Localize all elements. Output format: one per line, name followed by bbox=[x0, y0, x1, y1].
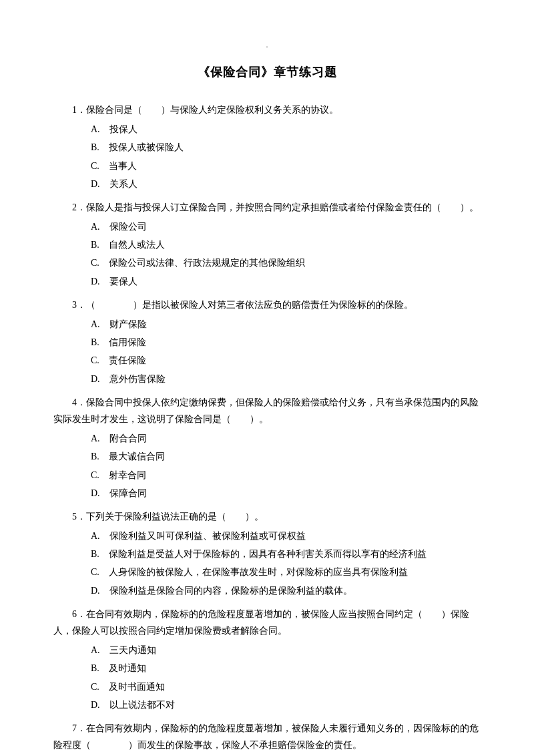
question-q6: 6．在合同有效期内，保险标的的危险程度显著增加的，被保险人应当按照合同约定（ ）… bbox=[53, 606, 481, 713]
question-text-q3: 3．（ ）是指以被保险人对第三者依法应负的赔偿责任为保险标的的保险。 bbox=[53, 297, 481, 313]
option-q3-0: A. 财产保险 bbox=[91, 316, 481, 333]
question-q3: 3．（ ）是指以被保险人对第三者依法应负的赔偿责任为保险标的的保险。A. 财产保… bbox=[53, 297, 481, 387]
option-q2-3: D. 要保人 bbox=[91, 273, 481, 290]
question-q4: 4．保险合同中投保人依约定缴纳保费，但保险人的保险赔偿或给付义务，只有当承保范围… bbox=[53, 394, 481, 502]
question-text-q4: 4．保险合同中投保人依约定缴纳保费，但保险人的保险赔偿或给付义务，只有当承保范围… bbox=[53, 394, 481, 427]
option-q1-2: C. 当事人 bbox=[91, 158, 481, 174]
question-q5: 5．下列关于保险利益说法正确的是（ ）。A. 保险利益又叫可保利益、被保险利益或… bbox=[53, 508, 481, 599]
option-q6-0: A. 三天内通知 bbox=[91, 642, 481, 658]
question-q1: 1．保险合同是（ ）与保险人约定保险权利义务关系的协议。A. 投保人B. 投保人… bbox=[53, 102, 481, 192]
option-q5-3: D. 保险利益是保险合同的内容，保险标的是保险利益的载体。 bbox=[91, 582, 481, 599]
option-q5-0: A. 保险利益又叫可保利益、被保险利益或可保权益 bbox=[91, 528, 481, 544]
question-text-q6: 6．在合同有效期内，保险标的的危险程度显著增加的，被保险人应当按照合同约定（ ）… bbox=[53, 606, 481, 639]
page-title: 《保险合同》章节练习题 bbox=[53, 61, 481, 83]
question-text-q2: 2．保险人是指与投保人订立保险合同，并按照合同约定承担赔偿或者给付保险金责任的（… bbox=[53, 199, 481, 216]
option-q6-2: C. 及时书面通知 bbox=[91, 679, 481, 695]
dot-decoration: · bbox=[53, 40, 481, 55]
option-q1-0: A. 投保人 bbox=[91, 121, 481, 138]
question-text-q7: 7．在合同有效期内，保险标的的危险程度显著增加，被保险人未履行通知义务的，因保险… bbox=[53, 720, 481, 753]
option-q6-3: D. 以上说法都不对 bbox=[91, 697, 481, 713]
option-q4-0: A. 附合合同 bbox=[91, 430, 481, 447]
option-q1-1: B. 投保人或被保险人 bbox=[91, 139, 481, 156]
option-q2-0: A. 保险公司 bbox=[91, 218, 481, 235]
option-q2-2: C. 保险公司或法律、行政法规规定的其他保险组织 bbox=[91, 254, 481, 271]
option-q5-2: C. 人身保险的被保险人，在保险事故发生时，对保险标的应当具有保险利益 bbox=[91, 564, 481, 580]
questions-container: 1．保险合同是（ ）与保险人约定保险权利义务关系的协议。A. 投保人B. 投保人… bbox=[53, 102, 481, 756]
option-q4-2: C. 射幸合同 bbox=[91, 467, 481, 484]
question-q7: 7．在合同有效期内，保险标的的危险程度显著增加，被保险人未履行通知义务的，因保险… bbox=[53, 720, 481, 756]
option-q3-3: D. 意外伤害保险 bbox=[91, 371, 481, 387]
option-q4-3: D. 保障合同 bbox=[91, 485, 481, 502]
option-q2-1: B. 自然人或法人 bbox=[91, 236, 481, 253]
option-q5-1: B. 保险利益是受益人对于保险标的，因具有各种利害关系而得以享有的经济利益 bbox=[91, 546, 481, 562]
question-text-q1: 1．保险合同是（ ）与保险人约定保险权利义务关系的协议。 bbox=[53, 102, 481, 118]
question-q2: 2．保险人是指与投保人订立保险合同，并按照合同约定承担赔偿或者给付保险金责任的（… bbox=[53, 199, 481, 290]
option-q6-1: B. 及时通知 bbox=[91, 660, 481, 677]
option-q3-2: C. 责任保险 bbox=[91, 352, 481, 369]
question-text-q5: 5．下列关于保险利益说法正确的是（ ）。 bbox=[53, 508, 481, 525]
option-q3-1: B. 信用保险 bbox=[91, 334, 481, 351]
option-q4-1: B. 最大诚信合同 bbox=[91, 448, 481, 465]
option-q1-3: D. 关系人 bbox=[91, 176, 481, 192]
